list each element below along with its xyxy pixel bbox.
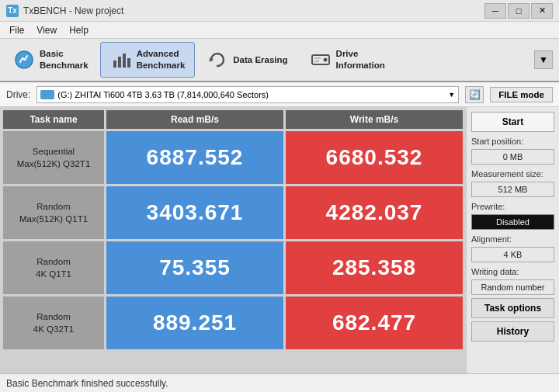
toolbar-drive-information[interactable]: DriveInformation: [300, 42, 395, 78]
title-bar-controls: ─ □ ✕: [484, 3, 553, 19]
toolbar: BasicBenchmark AdvancedBenchmark Data Er…: [0, 39, 559, 82]
data-erasing-label: Data Erasing: [233, 54, 287, 66]
write-sequential: 6680.532: [286, 131, 463, 184]
header-task: Task name: [3, 110, 104, 129]
table-row: RandomMax(512K) Q1T1 3403.671 4282.037: [3, 186, 463, 239]
alignment-label: Alignment:: [471, 234, 554, 244]
benchmark-table: Task name Read mB/s Write mB/s Sequentia…: [0, 107, 466, 373]
header-write: Write mB/s: [286, 110, 463, 129]
writing-data-label: Writing data:: [471, 267, 554, 276]
svg-rect-3: [123, 54, 126, 68]
write-random-4k-q32t1: 682.477: [286, 297, 463, 349]
drive-selector[interactable]: (G:) ZHITAI Ti600 4TB 3.63 TB (7,814,000…: [36, 86, 459, 103]
read-random-max: 3403.671: [106, 186, 283, 239]
task-random-max: RandomMax(512K) Q1T1: [3, 186, 104, 239]
basic-benchmark-icon: [13, 49, 35, 71]
drive-text: (G:) ZHITAI Ti600 4TB 3.63 TB (7,814,000…: [57, 90, 269, 99]
right-panel: Start Start position: 0 MB Measurement s…: [466, 107, 559, 373]
maximize-button[interactable]: □: [508, 3, 529, 19]
start-button[interactable]: Start: [471, 112, 554, 132]
table-row: Random4K Q1T1 75.355 285.358: [3, 241, 463, 294]
task-random-4k-q32t1: Random4K Q32T1: [3, 297, 104, 349]
menu-help[interactable]: Help: [63, 23, 95, 37]
read-random-4k-q1t1: 75.355: [106, 241, 283, 294]
read-sequential: 6887.552: [106, 131, 283, 184]
drive-dropdown-arrow: ▼: [448, 91, 455, 99]
write-random-4k-q1t1: 285.358: [286, 241, 463, 294]
app-icon: Tx: [6, 5, 19, 17]
task-random-4k-q1t1: Random4K Q1T1: [3, 241, 104, 294]
drive-refresh-button[interactable]: 🔄: [465, 86, 484, 103]
drive-information-label: DriveInformation: [336, 48, 385, 71]
status-bar: Basic Benchmark finished successfully.: [0, 373, 559, 392]
toolbar-dropdown[interactable]: ▼: [534, 50, 553, 69]
writing-data-value: Random number: [471, 279, 554, 295]
history-button[interactable]: History: [471, 321, 554, 342]
svg-point-7: [323, 58, 327, 62]
table-row: Random4K Q32T1 889.251 682.477: [3, 297, 463, 349]
drive-information-icon: [310, 49, 332, 71]
advanced-benchmark-icon: [110, 49, 132, 71]
task-options-button[interactable]: Task options: [471, 298, 554, 318]
task-sequential: SequentialMax(512K) Q32T1: [3, 131, 104, 184]
header-read: Read mB/s: [106, 110, 283, 129]
title-bar: Tx TxBENCH - New project ─ □ ✕: [0, 0, 559, 22]
minimize-button[interactable]: ─: [484, 3, 506, 19]
menu-bar: File View Help: [0, 22, 559, 39]
table-header: Task name Read mB/s Write mB/s: [3, 110, 463, 129]
data-erasing-icon: [207, 49, 228, 71]
table-row: SequentialMax(512K) Q32T1 6887.552 6680.…: [3, 131, 463, 184]
drive-bar: Drive: (G:) ZHITAI Ti600 4TB 3.63 TB (7,…: [0, 82, 559, 107]
title-bar-left: Tx TxBENCH - New project: [6, 5, 123, 17]
alignment-value: 4 KB: [471, 247, 554, 262]
file-mode-button[interactable]: FILE mode: [490, 87, 553, 102]
drive-label: Drive:: [6, 89, 30, 100]
read-random-4k-q32t1: 889.251: [106, 297, 283, 349]
start-position-label: Start position:: [471, 137, 554, 146]
svg-rect-1: [113, 61, 116, 68]
menu-file[interactable]: File: [3, 23, 30, 37]
advanced-benchmark-label: AdvancedBenchmark: [137, 48, 186, 71]
toolbar-advanced-benchmark[interactable]: AdvancedBenchmark: [100, 42, 196, 78]
toolbar-data-erasing[interactable]: Data Erasing: [196, 42, 297, 78]
window-title: TxBENCH - New project: [23, 5, 123, 16]
svg-rect-2: [118, 57, 121, 68]
start-position-value: 0 MB: [471, 149, 554, 165]
write-random-max: 4282.037: [286, 186, 463, 239]
svg-rect-4: [127, 58, 130, 68]
toolbar-basic-benchmark[interactable]: BasicBenchmark: [3, 42, 99, 78]
close-button[interactable]: ✕: [531, 3, 553, 19]
measurement-size-value: 512 MB: [471, 182, 554, 197]
measurement-size-label: Measurement size:: [471, 169, 554, 179]
status-text: Basic Benchmark finished successfully.: [6, 378, 168, 389]
menu-view[interactable]: View: [30, 23, 63, 37]
prewrite-value: Disabled: [471, 214, 554, 230]
drive-type-icon: [40, 90, 54, 99]
main-area: Task name Read mB/s Write mB/s Sequentia…: [0, 107, 559, 373]
prewrite-label: Prewrite:: [471, 202, 554, 211]
basic-benchmark-label: BasicBenchmark: [40, 48, 89, 71]
